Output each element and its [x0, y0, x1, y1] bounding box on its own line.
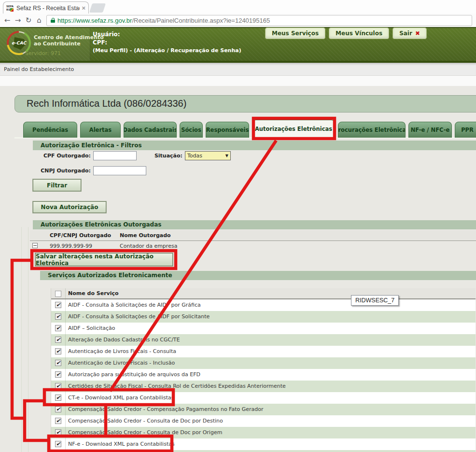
tab-procuracoes-eletronicas[interactable]: Procurações Eletrônicas [338, 122, 406, 138]
service-label: AIDF - Consulta à Solicitações de AIDF p… [68, 313, 210, 320]
service-row-cte: ✔ CT-e - Download XML para Contabilistas [51, 392, 476, 404]
service-checkbox[interactable]: ✔ [55, 429, 61, 436]
check-icon: ✔ [56, 348, 60, 354]
padlock-icon [51, 20, 55, 23]
service-row: ✔ Alteração de Dados Cadastrais no CGC/T… [51, 334, 476, 346]
check-icon: ✔ [56, 325, 60, 331]
service-label: NF-e - Download XML para Contabilistas [68, 441, 175, 447]
service-label: Certidões de Situação Fiscal - Consulta … [68, 383, 286, 389]
home-icon[interactable]: ⌂ [34, 16, 44, 25]
service-checkbox[interactable]: ✔ [55, 418, 61, 424]
browser-chrome: SEFA RS Sefaz RS - Receita Estadua × ← →… [0, 0, 476, 27]
panel-border-line [28, 227, 28, 452]
check-icon: ✔ [56, 337, 60, 343]
url-bar[interactable]: https://www.sefaz.rs.gov.br/Receita/Pain… [46, 15, 472, 26]
service-checkbox[interactable]: ✔ [55, 302, 61, 308]
tab-responsaveis[interactable]: Responsáveis [206, 122, 249, 138]
tab-nfe-nfce[interactable]: NF-e / NFC-e [408, 122, 452, 138]
usuario-label: Usuário: [93, 31, 120, 38]
service-checkbox[interactable]: ✔ [55, 395, 61, 401]
tab-pendencias[interactable]: Pendências [23, 122, 77, 138]
servidor-label: Servidor: 971 [25, 50, 61, 56]
new-tab-button[interactable] [89, 3, 106, 13]
cnpj-outorgado-input[interactable] [93, 166, 146, 175]
service-label: Autorização para substituição de arquivo… [68, 371, 200, 378]
svg-text:SEFA: SEFA [6, 5, 14, 8]
service-row: ✔ Autenticação de Livros Fiscais - Consu… [51, 346, 476, 357]
service-label: AIDF – Solicitação [68, 325, 115, 331]
col-nome-servico: Nome do Serviço [68, 290, 119, 297]
service-row: ✔ Autorização para substituição de arqui… [51, 369, 476, 381]
forward-icon[interactable]: → [13, 16, 23, 25]
service-row-nfe: ✔ NF-e - Download XML para Contabilistas [51, 438, 476, 450]
nova-autorizacao-button[interactable]: Nova Autorização [33, 201, 106, 213]
check-icon: ✔ [56, 371, 60, 378]
outorgado-cpf: 999.999.999-99 [50, 243, 92, 249]
outorgado-nome: Contador da empresa [120, 243, 177, 249]
check-icon: ✔ [56, 360, 60, 366]
service-label: Compensação Saldo Credor - Compensação P… [68, 406, 264, 412]
tab-strip: Pendências Alertas Dados Cadastrais Sóci… [23, 120, 476, 138]
service-label: Autenticação de Livros Fiscais - Consult… [68, 348, 176, 354]
check-icon: ✔ [56, 418, 60, 424]
meus-servicos-button[interactable]: Meus Serviços [265, 28, 325, 39]
tab-close-icon[interactable]: × [82, 4, 85, 12]
service-checkbox[interactable]: ✔ [55, 383, 61, 389]
filtrar-button[interactable]: Filtrar [33, 179, 81, 191]
cnpj-outorgado-label: CNPJ Outorgado: [19, 168, 91, 174]
service-checkbox[interactable]: ✔ [55, 313, 61, 320]
tab-socios[interactable]: Sócios [180, 122, 203, 138]
service-checkbox[interactable]: ✔ [55, 348, 61, 354]
svg-text:RS: RS [6, 8, 10, 11]
check-icon: ✔ [56, 383, 60, 389]
perfil-links[interactable]: (Meu Perfil) - (Alteração / Recuperação … [93, 47, 241, 54]
page-title: Rech Informática Ltda (086/0284336) [27, 98, 186, 109]
sair-button[interactable]: Sair✖ [392, 28, 427, 39]
browser-toolbar: ← → ↻ ⌂ https://www.sefaz.rs.gov.br/Rece… [0, 14, 476, 27]
check-icon: ✔ [56, 302, 60, 308]
check-icon: ✔ [56, 313, 60, 320]
tab-ppr[interactable]: PPR [455, 122, 476, 138]
outorgadas-table-header: CPF/CNPJ Outorgado Nome Outorgado [30, 230, 476, 241]
tab-autorizacoes-eletronicas[interactable]: Autorizações Eletrônicas [252, 120, 335, 138]
service-checkbox[interactable]: ✔ [55, 325, 61, 331]
spacer-strip [0, 76, 476, 86]
filters-section-header: Autorização Eletrônica - Filtros [33, 141, 476, 150]
reload-icon[interactable]: ↻ [23, 16, 34, 25]
servicos-table: Nome do Serviço ✔ AIDF - Consulta à Soli… [51, 288, 476, 452]
svg-text:e-CAC: e-CAC [12, 41, 27, 45]
service-checkbox[interactable]: ✔ [55, 406, 61, 412]
tab-dados-cadastrais[interactable]: Dados Cadastrais [124, 122, 177, 138]
breadcrumb: Painel do Estabelecimento [4, 66, 74, 72]
browser-tab[interactable]: SEFA RS Sefaz RS - Receita Estadua × [3, 1, 89, 14]
back-icon[interactable]: ← [2, 16, 13, 25]
service-label: Autenticação de Livros Fiscais - Inclusã… [68, 360, 175, 366]
service-row: ✔ Compensação Saldo Credor - Consulta de… [51, 415, 476, 427]
service-checkbox[interactable]: ✔ [55, 360, 61, 366]
situacao-select[interactable]: Todas ▼ [185, 151, 231, 160]
service-checkbox[interactable]: ✔ [55, 337, 61, 343]
service-checkbox[interactable]: ✔ [55, 371, 61, 378]
service-checkbox[interactable]: ✔ [55, 441, 61, 447]
situacao-label: Situação: [140, 153, 182, 159]
url-secure-part: https://www.sefaz.rs.gov.br [57, 17, 132, 24]
service-row: ✔ AIDF – Solicitação [51, 323, 476, 334]
cpf-outorgado-input[interactable] [93, 151, 137, 160]
check-icon: ✔ [56, 429, 60, 436]
outorgada-row: − 999.999.999-99 Contador da empresa [30, 241, 476, 252]
meus-vinculos-button[interactable]: Meus Vínculos [329, 28, 389, 39]
sefaz-favicon: SEFA RS [6, 4, 14, 12]
service-label: CT-e - Download XML para Contabilistas [68, 395, 174, 401]
chevron-down-icon: ▼ [225, 154, 228, 158]
tooltip: RIDWSESC_7 [351, 295, 399, 306]
cpf-outorgado-label: CPF Outorgado: [19, 153, 91, 159]
service-row-partial [51, 450, 476, 452]
select-all-checkbox[interactable] [55, 291, 61, 297]
service-label: AIDF - Consulta à Solicitações de AIDF p… [68, 302, 201, 308]
col-nome-outorgado: Nome Outorgado [120, 232, 171, 239]
collapse-icon[interactable]: − [32, 243, 38, 248]
tab-alertas[interactable]: Alertas [80, 122, 121, 138]
check-icon: ✔ [56, 395, 60, 401]
salvar-alteracoes-button[interactable]: Salvar alterações nesta Autorização Elet… [35, 253, 173, 266]
service-row: ✔ AIDF - Consulta à Solicitações de AIDF… [51, 299, 476, 311]
